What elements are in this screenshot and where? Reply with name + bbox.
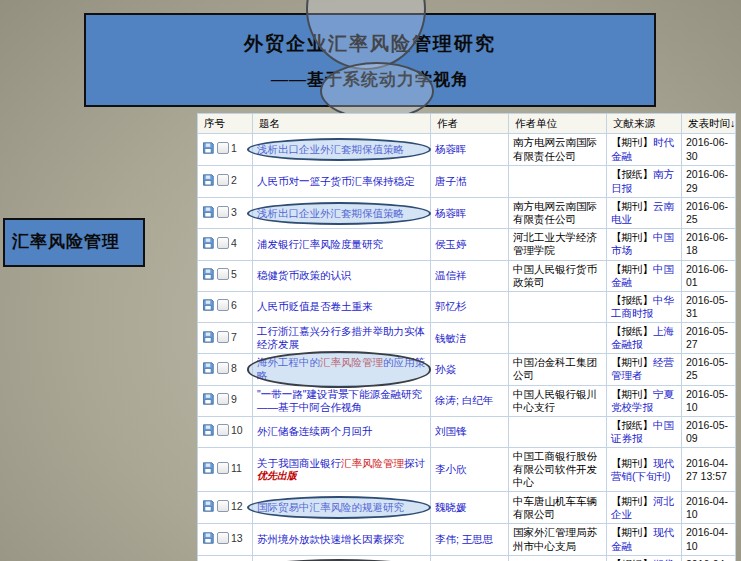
article-title-link[interactable]: 浦发银行汇率风险度量研究 [257, 238, 383, 250]
save-icon[interactable] [202, 362, 214, 377]
side-label-box: 汇率风险管理 [3, 218, 145, 267]
column-header-index: 序号 [198, 114, 253, 134]
table-row: 4 浦发银行汇率风险度量研究 侯玉婷 河北工业大学经济管理学院 【期刊】中国市场… [198, 229, 736, 260]
author-link[interactable]: 侯玉婷 [435, 238, 467, 250]
table-row: 8 海外工程中的汇率风险管理的应用策略 孙焱 中国冶金科工集团公司 【期刊】经营… [198, 354, 736, 385]
sort-desc-icon: ↓ [730, 117, 735, 129]
save-icon[interactable] [202, 206, 214, 221]
affiliation [509, 416, 607, 447]
author-link[interactable]: 刘国锋 [435, 425, 467, 437]
article-title-link[interactable]: 国际贸易中汇率风险的规避研究 [257, 501, 404, 513]
column-header-date[interactable]: 发表时间↓ [682, 114, 736, 134]
article-title-link[interactable]: 稳健货币政策的认识 [257, 269, 352, 281]
publish-date: 2016-05-31 [682, 291, 736, 322]
author-link[interactable]: 李小欣 [435, 463, 467, 475]
row-number: 2 [231, 174, 237, 186]
publish-date: 2016-05-09 [682, 416, 736, 447]
save-icon[interactable] [202, 500, 214, 515]
row-checkbox[interactable] [217, 174, 229, 186]
row-checkbox[interactable] [217, 142, 229, 154]
publish-date: 2016-04-10 [682, 524, 736, 555]
save-icon[interactable] [202, 393, 214, 408]
author-link[interactable]: 魏晓媛 [435, 501, 467, 513]
save-icon[interactable] [202, 268, 214, 283]
affiliation: 中国人民银行货币政策司 [509, 260, 607, 291]
author-link[interactable]: 杨蓉晖 [435, 143, 467, 155]
article-title-link[interactable]: 人民币对一篮子货币汇率保持稳定 [257, 175, 415, 187]
article-title-link[interactable]: 关于我国商业银行汇率风险管理探讨 [257, 457, 425, 469]
affiliation: 中国工商银行股份有限公司软件开发中心 [509, 448, 607, 492]
table-row: 1 浅析出口企业外汇套期保值策略 杨蓉晖 南方电网云南国际有限责任公司 【期刊】… [198, 134, 736, 166]
row-number: 12 [231, 500, 243, 512]
publish-date: 2016-06-30 [682, 134, 736, 166]
row-checkbox[interactable] [217, 237, 229, 249]
row-number: 6 [231, 299, 237, 311]
save-icon[interactable] [202, 299, 214, 314]
row-checkbox[interactable] [217, 424, 229, 436]
author-link[interactable]: 郭忆杉 [435, 300, 467, 312]
publish-date: 2016-05-27 [682, 323, 736, 354]
column-header-source: 文献来源 [607, 114, 682, 134]
row-checkbox[interactable] [217, 393, 229, 405]
save-icon[interactable] [202, 532, 214, 547]
publish-date: 2016-05-25 [682, 354, 736, 385]
article-title-link[interactable]: 海外工程中的汇率风险管理的应用策略 [257, 356, 425, 381]
source-type: 【期刊】 [611, 526, 653, 538]
title-keyword: 汇率风险管理 [320, 356, 383, 368]
save-icon[interactable] [202, 424, 214, 439]
author-link[interactable]: 唐子湉 [435, 175, 467, 187]
row-checkbox[interactable] [217, 268, 229, 280]
table-row: 2 人民币对一篮子货币汇率保持稳定 唐子湉 【报纸】南方日报 2016-06-2… [198, 166, 736, 198]
author-link[interactable]: 温信祥 [435, 269, 467, 281]
source-type: 【报纸】 [611, 168, 653, 180]
search-results-table: 序号 题名 作者 作者单位 文献来源 发表时间↓ 1 浅析出口企业外汇套期保值策… [197, 113, 735, 561]
article-title-link[interactable]: 工行浙江嘉兴分行多措并举助力实体经济发展 [257, 325, 425, 350]
row-checkbox[interactable] [217, 532, 229, 544]
source-type: 【期刊】 [611, 457, 653, 469]
row-number: 4 [231, 237, 237, 249]
save-icon[interactable] [202, 331, 214, 346]
row-checkbox[interactable] [217, 500, 229, 512]
publish-date: 2016-06-25 [682, 198, 736, 229]
table-header-row: 序号 题名 作者 作者单位 文献来源 发表时间↓ [198, 114, 736, 134]
source-type: 【期刊】 [611, 263, 653, 275]
row-checkbox[interactable] [217, 299, 229, 311]
affiliation: 南方电网云南国际有限责任公司 [509, 134, 607, 166]
row-number: 5 [231, 268, 237, 280]
article-title-link[interactable]: "一带一路"建设背景下能源金融研究 ——基于中阿合作视角 [257, 388, 422, 413]
row-checkbox[interactable] [217, 462, 229, 474]
priority-publish-badge: 优先出版 [257, 470, 426, 483]
author-link[interactable]: 钱敏洁 [435, 332, 467, 344]
save-icon[interactable] [202, 462, 214, 477]
row-checkbox[interactable] [217, 331, 229, 343]
publish-date: 2016-05-10 [682, 385, 736, 416]
article-title-link[interactable]: 苏州境外放款快速增长因素探究 [257, 533, 404, 545]
article-title-link[interactable]: 外汇储备连续两个月回升 [257, 425, 373, 437]
table-row: 13 苏州境外放款快速增长因素探究 李伟; 王思思 国家外汇管理局苏州市中心支局… [198, 524, 736, 555]
row-number: 9 [231, 393, 237, 405]
row-checkbox[interactable] [217, 206, 229, 218]
save-icon[interactable] [202, 237, 214, 252]
affiliation: 中国人民银行银川中心支行 [509, 385, 607, 416]
source-type: 【期刊】 [611, 388, 653, 400]
slide-title-box: 外贸企业汇率风险管理研究 ——基于系统动力学视角 [84, 13, 656, 107]
author-link[interactable]: 杨蓉晖 [435, 207, 467, 219]
save-icon[interactable] [202, 142, 214, 157]
publish-date: 2016-04-01 [682, 555, 736, 561]
table-row: 3 浅析出口企业外汇套期保值策略 杨蓉晖 南方电网云南国际有限责任公司 【期刊】… [198, 198, 736, 229]
table-row: 7 工行浙江嘉兴分行多措并举助力实体经济发展 钱敏洁 【报纸】上海金融报 201… [198, 323, 736, 354]
publish-date: 2016-04-27 13:57 [682, 448, 736, 492]
author-link[interactable]: 李伟; 王思思 [435, 533, 493, 545]
article-title-link[interactable]: 浅析出口企业外汇套期保值策略 [257, 207, 404, 219]
source-type: 【期刊】 [611, 136, 653, 148]
affiliation: 南方电网云南国际有限责任公司 [509, 198, 607, 229]
save-icon[interactable] [202, 174, 214, 189]
row-checkbox[interactable] [217, 362, 229, 374]
author-link[interactable]: 徐涛; 白纪年 [435, 394, 493, 406]
source-type: 【期刊】 [611, 231, 653, 243]
column-header-author: 作者 [431, 114, 509, 134]
slide-title-line1: 外贸企业汇率风险管理研究 [86, 31, 654, 57]
article-title-link[interactable]: 人民币贬值是否卷土重来 [257, 300, 373, 312]
article-title-link[interactable]: 浅析出口企业外汇套期保值策略 [257, 143, 404, 155]
author-link[interactable]: 孙焱 [435, 363, 456, 375]
